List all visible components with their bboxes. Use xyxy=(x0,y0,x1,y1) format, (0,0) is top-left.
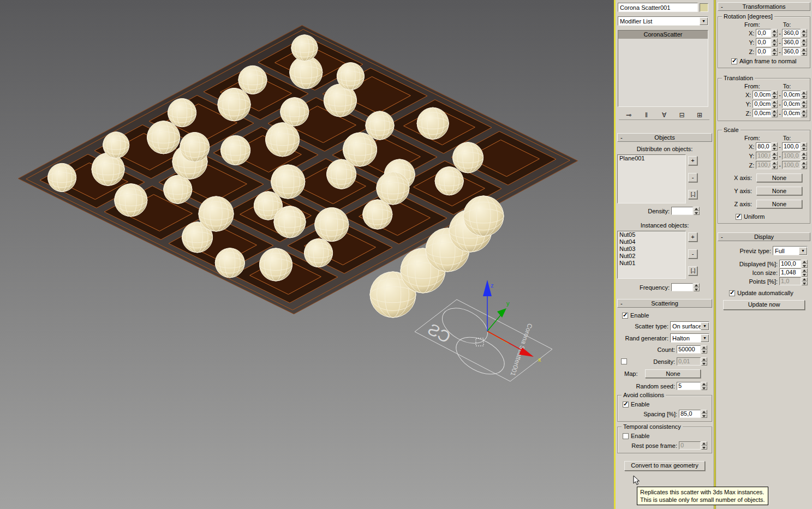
list-item-plane001[interactable]: Plane001 xyxy=(618,155,685,162)
rotation-y-to-field[interactable]: 360,0 xyxy=(782,38,801,46)
list-item-nut05[interactable]: Nut05 xyxy=(618,231,685,238)
translation-x-from-field[interactable]: 0,0cm xyxy=(753,91,771,99)
objects-density-field[interactable] xyxy=(671,207,693,215)
rotation-z-from-spinner[interactable] xyxy=(772,47,778,56)
configure-modifier-sets-icon[interactable]: ⊞ xyxy=(694,111,705,119)
scale-z-to-spinner[interactable] xyxy=(801,161,807,169)
scatter-type-dropdown[interactable]: On surface ▼ xyxy=(670,321,709,331)
icon-size-field[interactable]: 1,048 xyxy=(779,268,801,277)
scale-z-to-field[interactable]: 100,0 xyxy=(782,161,801,169)
list-item-nut02[interactable]: Nut02 xyxy=(618,253,685,260)
rotation-z-from-field[interactable]: 0,0 xyxy=(756,47,771,56)
scale-x-from-field[interactable]: 80,0 xyxy=(756,142,771,151)
scale-x-to-field[interactable]: 100,0 xyxy=(782,142,801,151)
distribute-pick-button[interactable]: [...] xyxy=(688,190,697,199)
instanced-remove-button[interactable]: - xyxy=(688,249,697,259)
scale-y-to-spinner[interactable] xyxy=(801,152,807,160)
translation-z-from-field[interactable]: 0,0cm xyxy=(753,109,771,117)
show-end-result-icon[interactable]: ‖ xyxy=(641,111,652,119)
translation-z-to-spinner[interactable] xyxy=(801,109,807,117)
distribute-add-button[interactable]: + xyxy=(688,156,697,165)
avoid-collisions-enable-checkbox[interactable] xyxy=(623,402,629,408)
remove-modifier-icon[interactable]: ⊟ xyxy=(677,111,688,119)
list-item-nut03[interactable]: Nut03 xyxy=(618,245,685,253)
rollout-objects[interactable]: - Objects xyxy=(617,133,712,142)
translation-y-to-field[interactable]: 0,0cm xyxy=(782,100,801,108)
rotation-y-from-field[interactable]: 0,0 xyxy=(756,38,771,46)
pin-stack-icon[interactable]: ⊸ xyxy=(623,111,634,119)
translation-x-to-field[interactable]: 0,0cm xyxy=(782,91,801,99)
translation-z-to-field[interactable]: 0,0cm xyxy=(782,109,801,117)
displayed-percent-field[interactable]: 100,0 xyxy=(779,260,801,268)
rest-pose-frame-field[interactable]: 0 xyxy=(679,441,701,450)
wirecolor-swatch[interactable] xyxy=(700,3,708,12)
density-enable-checkbox[interactable] xyxy=(621,358,627,364)
spacing-field[interactable]: 85,0 xyxy=(679,410,701,418)
rotation-x-from-field[interactable]: 0,0 xyxy=(756,29,771,37)
density-spinner[interactable] xyxy=(701,357,707,366)
scale-y-axis-map-button[interactable]: None xyxy=(756,187,802,195)
uniform-checkbox[interactable] xyxy=(736,214,742,220)
displayed-percent-spinner[interactable] xyxy=(802,260,808,268)
rotation-x-to-spinner[interactable] xyxy=(801,29,807,37)
translation-x-from-spinner[interactable] xyxy=(772,91,778,99)
count-field[interactable]: 50000 xyxy=(677,345,701,354)
list-item-nut04[interactable]: Nut04 xyxy=(618,238,685,245)
list-item-nut01[interactable]: Nut01 xyxy=(618,260,685,267)
points-percent-spinner[interactable] xyxy=(802,277,808,285)
rest-pose-frame-spinner[interactable] xyxy=(701,441,707,450)
previz-type-dropdown[interactable]: Full ▼ xyxy=(773,246,808,255)
scattering-enable-checkbox[interactable] xyxy=(622,313,628,319)
scale-z-axis-map-button[interactable]: None xyxy=(756,200,802,208)
distribute-remove-button[interactable]: - xyxy=(688,173,697,182)
update-now-button[interactable]: Update now xyxy=(723,300,805,310)
map-button[interactable]: None xyxy=(645,369,701,378)
rand-generator-dropdown[interactable]: Halton ▼ xyxy=(670,333,709,343)
translation-y-from-field[interactable]: 0,0cm xyxy=(753,100,771,108)
rotation-y-from-spinner[interactable] xyxy=(772,38,778,46)
density-field[interactable]: 0,01 xyxy=(677,357,701,366)
frequency-field[interactable] xyxy=(671,283,693,291)
scale-z-from-field[interactable]: 100,0 xyxy=(756,161,771,169)
rotation-y-to-spinner[interactable] xyxy=(801,38,807,46)
scale-y-from-spinner[interactable] xyxy=(772,152,778,160)
make-unique-icon[interactable]: ∀ xyxy=(659,111,670,119)
scale-x-axis-map-button[interactable]: None xyxy=(756,173,802,182)
object-name-input[interactable] xyxy=(618,3,698,12)
random-seed-spinner[interactable] xyxy=(701,382,707,390)
translation-x-to-spinner[interactable] xyxy=(801,91,807,99)
random-seed-field[interactable]: 5 xyxy=(677,382,701,390)
instanced-add-button[interactable]: + xyxy=(688,232,697,242)
count-spinner[interactable] xyxy=(701,345,707,354)
viewport[interactable]: CS Corona Scatter001 z y x xyxy=(0,0,616,509)
rotation-z-to-field[interactable]: 360,0 xyxy=(782,47,801,56)
frequency-spinner[interactable] xyxy=(694,283,700,291)
distribute-objects-list[interactable]: Plane001 xyxy=(617,154,686,203)
modifier-list-dropdown[interactable]: Modifier List ▼ xyxy=(618,16,708,26)
align-frame-to-normal-checkbox[interactable] xyxy=(731,58,737,64)
rotation-x-to-field[interactable]: 360,0 xyxy=(782,29,801,37)
translation-z-from-spinner[interactable] xyxy=(772,109,778,117)
scale-x-from-spinner[interactable] xyxy=(772,142,778,151)
update-automatically-checkbox[interactable] xyxy=(729,290,735,296)
viewport-canvas[interactable]: CS Corona Scatter001 z y x xyxy=(0,0,614,509)
rollout-display[interactable]: - Display xyxy=(718,232,810,241)
scale-x-to-spinner[interactable] xyxy=(801,142,807,151)
rollout-scattering[interactable]: - Scattering xyxy=(617,299,712,308)
translation-y-from-spinner[interactable] xyxy=(772,100,778,108)
objects-density-spinner[interactable] xyxy=(694,207,700,215)
convert-to-max-geometry-button[interactable]: Convert to max geometry xyxy=(624,461,705,471)
scale-z-from-spinner[interactable] xyxy=(772,161,778,169)
translation-y-to-spinner[interactable] xyxy=(801,100,807,108)
rollout-transformations[interactable]: - Transformations xyxy=(718,2,810,11)
instanced-objects-list[interactable]: Nut05 Nut04 Nut03 Nut02 Nut01 xyxy=(617,231,686,279)
rotation-z-to-spinner[interactable] xyxy=(801,47,807,56)
spacing-spinner[interactable] xyxy=(701,410,707,418)
scale-y-from-field[interactable]: 100,0 xyxy=(756,152,771,160)
modifier-stack[interactable]: CoronaScatter xyxy=(618,30,708,107)
icon-size-spinner[interactable] xyxy=(802,268,808,277)
scale-y-to-field[interactable]: 100,0 xyxy=(782,152,801,160)
points-percent-field[interactable]: 1,0 xyxy=(779,277,801,285)
temporal-enable-checkbox[interactable] xyxy=(623,433,629,439)
instanced-pick-button[interactable]: [...] xyxy=(688,266,697,276)
